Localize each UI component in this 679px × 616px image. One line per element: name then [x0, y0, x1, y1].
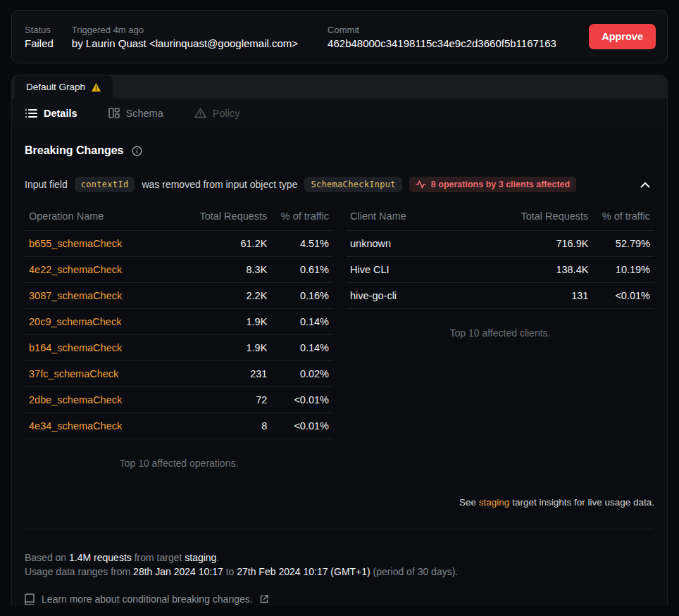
numeric-cell: <0.01%	[271, 387, 333, 413]
clients-column: Client Name Total Requests % of traffic …	[346, 203, 654, 469]
based-pre: Based on	[25, 552, 69, 563]
learn-more-label: Learn more about conditional breaking ch…	[42, 593, 253, 605]
operation-link[interactable]: 4e22_schemaCheck	[29, 264, 122, 275]
numeric-cell: <0.01%	[271, 413, 333, 439]
operations-column: Operation Name Total Requests % of traff…	[25, 203, 333, 469]
numeric-cell: 231	[166, 361, 271, 387]
table-row: hive-go-cli131<0.01%	[346, 283, 654, 309]
status-label: Status	[25, 25, 54, 35]
numeric-cell: 716.9K	[487, 231, 592, 257]
table-row: 20c9_schemaCheck1.9K0.14%	[25, 309, 333, 335]
numeric-cell: 52.79%	[592, 231, 654, 257]
warning-icon	[91, 82, 101, 92]
operation-link[interactable]: b164_schemaCheck	[29, 342, 122, 353]
type-name-chip: SchemaCheckInput	[304, 177, 401, 192]
breaking-change-row: Input field contextId was removed from i…	[25, 177, 654, 192]
commit-label: Commit	[328, 25, 556, 35]
numeric-cell: 0.61%	[271, 257, 333, 283]
operation-name-cell: 4e34_schemaCheck	[25, 413, 166, 439]
pulse-icon	[416, 180, 426, 189]
tab-details[interactable]: Details	[25, 108, 77, 119]
client-name-cell: hive-go-cli	[346, 283, 487, 309]
operation-name-cell: 20c9_schemaCheck	[25, 309, 166, 335]
target-name: staging	[185, 552, 216, 563]
affected-badge-label: 8 operations by 3 clients affected	[431, 180, 570, 189]
commit-group: Commit 462b48000c34198115c34e9c2d3660f5b…	[328, 25, 556, 49]
list-icon	[25, 108, 37, 118]
numeric-cell: 138.4K	[487, 257, 592, 283]
range-post: (period of 30 days).	[370, 566, 459, 577]
operation-link[interactable]: 37fc_schemaCheck	[29, 368, 118, 379]
collapse-chevron-icon[interactable]	[640, 182, 650, 188]
tab-policy[interactable]: Policy	[194, 108, 240, 119]
table-row: 3087_schemaCheck2.2K0.16%	[25, 283, 333, 309]
operation-link[interactable]: b655_schemaCheck	[29, 238, 122, 249]
based-mid: from target	[132, 552, 185, 563]
status-value: Failed	[25, 37, 54, 49]
based-on-line: Based on 1.4M requests from target stagi…	[25, 551, 654, 565]
tab-schema-label: Schema	[126, 108, 163, 119]
details-panel: Breaking Changes Input field contextId w…	[12, 127, 667, 606]
table-row: 4e22_schemaCheck8.3K0.61%	[25, 257, 333, 283]
numeric-cell: 0.16%	[271, 283, 333, 309]
change-text-middle: was removed from input object type	[142, 179, 297, 190]
book-icon	[25, 593, 35, 605]
numeric-cell: 1.9K	[166, 309, 271, 335]
table-row: b655_schemaCheck61.2K4.51%	[25, 231, 333, 257]
clients-header-traffic: % of traffic	[592, 203, 654, 231]
graph-tab-label: Default Graph	[26, 82, 85, 92]
clients-header-requests: Total Requests	[487, 203, 592, 231]
operation-link[interactable]: 2dbe_schemaCheck	[29, 394, 122, 406]
tab-details-label: Details	[44, 108, 77, 119]
numeric-cell: 0.14%	[271, 309, 333, 335]
numeric-cell: 1.9K	[166, 335, 271, 361]
operation-link[interactable]: 3087_schemaCheck	[29, 290, 122, 301]
numeric-cell: 0.14%	[271, 335, 333, 361]
tab-schema[interactable]: Schema	[108, 108, 163, 119]
field-name-chip: contextId	[75, 177, 135, 192]
staging-target-link[interactable]: staging	[479, 497, 510, 508]
table-row: 37fc_schemaCheck2310.02%	[25, 361, 333, 387]
client-name-cell: unknown	[346, 231, 487, 257]
tab-default-graph[interactable]: Default Graph	[15, 75, 113, 99]
operation-name-cell: 3087_schemaCheck	[25, 283, 166, 309]
table-row: 2dbe_schemaCheck72<0.01%	[25, 387, 333, 413]
operation-link[interactable]: 20c9_schemaCheck	[29, 316, 121, 327]
operations-table: Operation Name Total Requests % of traff…	[25, 203, 333, 439]
numeric-cell: 8.3K	[166, 257, 271, 283]
approve-button[interactable]: Approve	[589, 24, 656, 49]
triggered-group: Triggered 4m ago by Laurin Quast <laurin…	[72, 25, 298, 49]
operation-name-cell: 4e22_schemaCheck	[25, 257, 166, 283]
learn-more-link[interactable]: Learn more about conditional breaking ch…	[25, 593, 654, 605]
insights-note: See staging target insights for live usa…	[25, 497, 654, 508]
range-to-word: to	[223, 566, 237, 577]
info-icon[interactable]	[132, 146, 142, 156]
numeric-cell: 61.2K	[166, 231, 271, 257]
operations-header-requests: Total Requests	[166, 203, 271, 231]
range-to-date: 27th Feb 2024 10:17 (GMT+1)	[237, 566, 370, 577]
range-line: Usage data ranges from 28th Jan 2024 10:…	[25, 565, 654, 579]
affected-operations-badge[interactable]: 8 operations by 3 clients affected	[409, 177, 576, 192]
range-from-date: 28th Jan 2024 10:17	[133, 566, 223, 577]
operations-header-traffic: % of traffic	[271, 203, 333, 231]
external-link-icon	[260, 595, 268, 603]
graph-tab-strip: Default Graph	[12, 75, 667, 99]
tab-policy-label: Policy	[213, 108, 240, 119]
table-row: Hive CLI138.4K10.19%	[346, 257, 654, 283]
warning-triangle-icon	[194, 108, 206, 118]
range-pre: Usage data ranges from	[25, 566, 133, 577]
table-row: unknown716.9K52.79%	[346, 231, 654, 257]
commit-hash: 462b48000c34198115c34e9c2d3660f5b1167163	[328, 37, 556, 49]
check-detail-card: Default Graph Details	[11, 75, 668, 606]
operation-name-cell: 2dbe_schemaCheck	[25, 387, 166, 413]
operation-name-cell: b164_schemaCheck	[25, 335, 166, 361]
schema-icon	[108, 108, 120, 118]
footer-divider	[25, 529, 654, 529]
section-title: Breaking Changes	[25, 144, 123, 157]
based-post: .	[216, 552, 219, 563]
clients-caption: Top 10 affected clients.	[346, 327, 654, 339]
numeric-cell: 4.51%	[271, 231, 333, 257]
detail-tabs: Details Schema Policy	[12, 99, 667, 127]
operation-link[interactable]: 4e34_schemaCheck	[29, 420, 122, 432]
operation-name-cell: b655_schemaCheck	[25, 231, 166, 257]
